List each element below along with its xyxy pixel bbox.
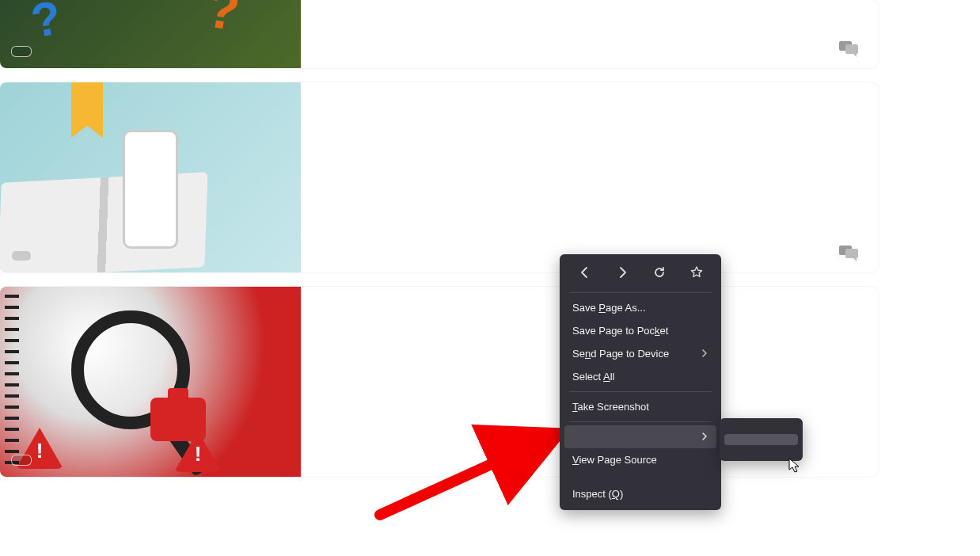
article-meta bbox=[315, 40, 866, 62]
submenu-quiz-me[interactable] bbox=[724, 445, 798, 456]
menu-inspect[interactable]: Inspect (Q) bbox=[564, 482, 716, 505]
chevron-right-icon bbox=[701, 348, 708, 360]
comments-link[interactable] bbox=[839, 244, 866, 261]
context-menu: Save Page As... Save Page to Pocket Send… bbox=[560, 254, 721, 510]
menu-inspect-accessibility[interactable] bbox=[564, 471, 716, 482]
article-thumbnail[interactable]: ! ! bbox=[0, 287, 301, 477]
decor-spiral bbox=[5, 295, 19, 469]
svg-rect-1 bbox=[845, 44, 858, 54]
decor-bookmark bbox=[71, 82, 103, 138]
menu-ask-chatgpt[interactable] bbox=[564, 425, 716, 448]
category-tag[interactable] bbox=[11, 250, 32, 261]
decor-phone bbox=[123, 130, 178, 249]
decor-question-mark: ? bbox=[27, 0, 65, 49]
comments-icon bbox=[839, 244, 860, 261]
mouse-cursor-icon bbox=[788, 458, 801, 474]
decor-question-mark: ? bbox=[202, 0, 244, 44]
back-icon[interactable] bbox=[576, 264, 594, 281]
reload-icon[interactable] bbox=[651, 264, 668, 281]
article-thumbnail[interactable]: ? ? bbox=[0, 0, 301, 68]
menu-separator bbox=[569, 292, 712, 293]
article-card[interactable]: ? ? bbox=[0, 0, 879, 68]
menu-select-all[interactable]: Select All bbox=[564, 365, 716, 388]
forward-icon[interactable] bbox=[613, 264, 631, 281]
comments-link[interactable] bbox=[839, 40, 866, 57]
menu-view-source[interactable]: View Page Source bbox=[564, 448, 716, 471]
bookmark-star-icon[interactable] bbox=[688, 264, 705, 281]
chevron-right-icon bbox=[701, 431, 708, 443]
article-body bbox=[315, 82, 879, 272]
menu-separator bbox=[569, 391, 712, 392]
context-submenu bbox=[720, 418, 803, 461]
menu-save-to-pocket[interactable]: Save Page to Pocket bbox=[564, 319, 716, 342]
article-thumbnail[interactable] bbox=[0, 82, 301, 272]
submenu-summarize[interactable] bbox=[724, 423, 798, 434]
article-body bbox=[315, 0, 879, 68]
category-tag[interactable] bbox=[11, 46, 32, 57]
menu-take-screenshot[interactable]: Take Screenshot bbox=[564, 395, 716, 418]
article-card[interactable] bbox=[0, 82, 879, 272]
context-nav-row bbox=[564, 259, 716, 289]
comments-icon bbox=[839, 40, 860, 57]
menu-send-to-device[interactable]: Send Page to Device bbox=[564, 342, 716, 365]
category-tag[interactable] bbox=[11, 455, 32, 466]
submenu-explain-this[interactable] bbox=[724, 434, 798, 445]
menu-separator bbox=[569, 421, 712, 422]
menu-save-page-as[interactable]: Save Page As... bbox=[564, 296, 716, 319]
svg-rect-3 bbox=[845, 249, 858, 258]
